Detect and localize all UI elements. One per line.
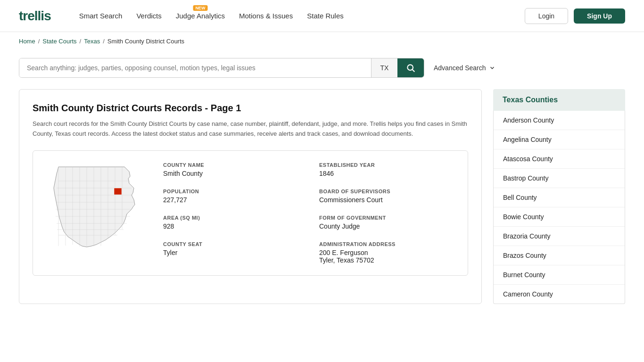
county-seat-detail: COUNTY SEAT Tyler <box>163 241 300 264</box>
sidebar: Texas Counties Anderson CountyAngelina C… <box>493 89 625 304</box>
sidebar-county-item[interactable]: Angelina County <box>494 130 625 149</box>
breadcrumb: Home/State Courts/Texas/Smith County Dis… <box>0 32 644 50</box>
government-detail: FORM OF GOVERNMENT County Judge <box>319 215 456 230</box>
search-container: TX <box>19 58 424 78</box>
search-state: TX <box>371 58 397 77</box>
login-button[interactable]: Login <box>525 8 568 24</box>
svg-line-1 <box>413 70 415 72</box>
sidebar-county-item[interactable]: Bastrop County <box>494 169 625 188</box>
main-nav: Smart SearchVerdictsJudge AnalyticsNEWMo… <box>79 12 344 20</box>
chevron-down-icon <box>489 65 495 71</box>
breadcrumb-current: Smith County District Courts <box>107 38 184 45</box>
population-detail: POPULATION 227,727 <box>163 189 300 204</box>
supervisors-detail: BOARD OF SUPERVISORS Commissioners Court <box>319 189 456 204</box>
nav-item-state-rules[interactable]: State Rules <box>307 12 344 20</box>
svg-rect-21 <box>114 188 122 195</box>
breadcrumb-separator: / <box>38 38 40 45</box>
established-year-detail: ESTABLISHED YEAR 1846 <box>319 162 456 177</box>
advanced-search[interactable]: Advanced Search <box>434 64 495 72</box>
breadcrumb-separator: / <box>103 38 105 45</box>
search-input[interactable] <box>19 58 371 77</box>
nav-item-motions-issues[interactable]: Motions & Issues <box>239 12 293 20</box>
county-card: COUNTY NAME Smith County ESTABLISHED YEA… <box>33 150 468 276</box>
county-details: COUNTY NAME Smith County ESTABLISHED YEA… <box>163 162 456 264</box>
sidebar-county-item[interactable]: Brazos County <box>494 246 625 265</box>
sidebar-county-item[interactable]: Atascosa County <box>494 149 625 169</box>
logo[interactable]: trellis <box>19 8 51 24</box>
signup-button[interactable]: Sign Up <box>574 8 625 24</box>
search-button[interactable] <box>397 58 424 77</box>
content-area: Smith County District Courts Records - P… <box>19 89 482 304</box>
breadcrumb-link-1[interactable]: State Courts <box>42 38 76 45</box>
nav-item-smart-search[interactable]: Smart Search <box>79 12 123 20</box>
sidebar-header: Texas Counties <box>493 89 625 111</box>
texas-map-svg <box>44 162 148 256</box>
sidebar-county-item[interactable]: Burnet County <box>494 265 625 285</box>
county-name-detail: COUNTY NAME Smith County <box>163 162 300 177</box>
sidebar-county-item[interactable]: Bell County <box>494 188 625 207</box>
page-title: Smith County District Courts Records - P… <box>33 103 468 114</box>
main-layout: Smith County District Courts Records - P… <box>0 89 644 323</box>
breadcrumb-link-0[interactable]: Home <box>19 38 35 45</box>
sidebar-county-item[interactable]: Cameron County <box>494 285 625 304</box>
sidebar-county-item[interactable]: Brazoria County <box>494 227 625 246</box>
header: trellis Smart SearchVerdictsJudge Analyt… <box>0 0 644 32</box>
auth-buttons: Login Sign Up <box>525 8 625 24</box>
county-map <box>44 162 148 264</box>
sidebar-county-item[interactable]: Bowie County <box>494 207 625 227</box>
area-detail: AREA (SQ MI) 928 <box>163 215 300 230</box>
page-description: Search court records for the Smith Count… <box>33 119 468 139</box>
breadcrumb-link-2[interactable]: Texas <box>84 38 100 45</box>
breadcrumb-separator: / <box>80 38 82 45</box>
county-list: Anderson CountyAngelina CountyAtascosa C… <box>493 111 625 304</box>
search-icon <box>406 63 415 73</box>
search-section: TX Advanced Search <box>0 50 644 89</box>
nav-item-judge-analytics[interactable]: Judge AnalyticsNEW <box>176 12 225 20</box>
nav-item-verdicts[interactable]: Verdicts <box>136 12 161 20</box>
svg-point-0 <box>407 65 413 70</box>
address-detail: ADMINISTRATION ADDRESS 200 E. Ferguson T… <box>319 241 456 264</box>
sidebar-county-item[interactable]: Anderson County <box>494 111 625 130</box>
